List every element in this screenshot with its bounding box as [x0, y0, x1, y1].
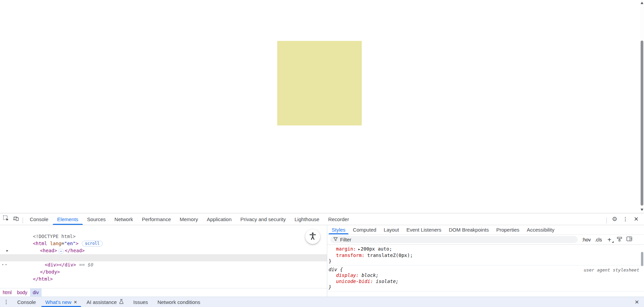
accessibility-person-icon: [309, 232, 316, 241]
inspect-element-button[interactable]: [2, 215, 10, 223]
dom-tree: <!DOCTYPE html> <html lang="en">scroll ▶…: [0, 225, 327, 276]
page-scrollbar-thumb[interactable]: [641, 41, 643, 206]
rendering-emulations-button[interactable]: [617, 236, 622, 243]
styles-filter-input[interactable]: Filter: [330, 236, 578, 243]
breadcrumb-div[interactable]: div: [30, 288, 42, 297]
drawer-tab-whats-new[interactable]: What's new ×: [41, 297, 82, 307]
devtools-tab-bar: Console Elements Sources Network Perform…: [25, 213, 353, 225]
tab-styles[interactable]: Styles: [328, 225, 349, 234]
styles-tab-bar: Styles Computed Layout Event Listeners D…: [327, 225, 644, 235]
drawer-tab-issues[interactable]: Issues: [128, 297, 152, 307]
dom-node-div-selected[interactable]: ··<div></div>== $0: [0, 254, 327, 261]
tab-event-listeners[interactable]: Event Listeners: [403, 225, 445, 234]
close-tab-icon[interactable]: ×: [74, 300, 77, 305]
settings-button[interactable]: ⚙: [610, 215, 619, 223]
inspect-cursor-icon: [3, 215, 9, 223]
kebab-menu-icon: ⋮: [4, 299, 9, 305]
css-property-value: isolate;: [376, 279, 399, 284]
toggle-element-classes-button[interactable]: .cls: [595, 237, 602, 242]
tab-elements[interactable]: Elements: [53, 213, 83, 225]
css-declaration-unicode-bidi[interactable]: unicode-bidi:isolate;: [329, 279, 644, 285]
scroll-up-arrow-icon[interactable]: [641, 2, 643, 4]
drawer-tab-label: What's new: [45, 299, 71, 305]
css-property-value: translateZ(0px);: [367, 253, 413, 258]
page-scrollbar[interactable]: [640, 0, 644, 213]
more-options-button[interactable]: ⋮: [621, 215, 630, 223]
close-icon: ×: [635, 298, 639, 306]
tab-computed[interactable]: Computed: [349, 225, 380, 234]
toolbar-divider: [606, 217, 607, 223]
drawer-bar: ⋮ Console What's new × AI assistance Iss…: [0, 297, 644, 307]
stylesheet-origin-label: user agent stylesheet: [584, 267, 639, 273]
drawer-tab-network-conditions[interactable]: Network conditions: [153, 297, 205, 307]
styles-rules-list: margin:▶200px auto; transform:translateZ…: [327, 245, 644, 291]
toggle-hover-state-button[interactable]: :hov: [582, 237, 591, 242]
rendered-page: [0, 0, 644, 213]
tab-properties[interactable]: Properties: [493, 225, 523, 234]
accessibility-overlay-button[interactable]: [305, 229, 320, 244]
tab-performance[interactable]: Performance: [138, 213, 175, 225]
close-icon: ×: [634, 216, 639, 222]
rule-close-brace: }: [329, 258, 644, 264]
dom-node-body[interactable]: ▼<body>: [0, 247, 327, 254]
css-declaration-margin[interactable]: margin:▶200px auto;: [329, 246, 644, 253]
css-property-value: block;: [361, 273, 379, 278]
css-property-name: display:: [336, 273, 359, 278]
tab-recorder[interactable]: Recorder: [324, 213, 354, 225]
tab-dom-breakpoints[interactable]: DOM Breakpoints: [445, 225, 493, 234]
elements-panel: <!DOCTYPE html> <html lang="en">scroll ▶…: [0, 225, 327, 297]
tab-network[interactable]: Network: [110, 213, 138, 225]
style-rule-user-agent: div { user agent stylesheet display:bloc…: [327, 265, 644, 291]
tab-sources[interactable]: Sources: [83, 213, 110, 225]
drawer-tab-console[interactable]: Console: [13, 297, 41, 307]
close-devtools-button[interactable]: ×: [632, 215, 641, 223]
tab-memory[interactable]: Memory: [175, 213, 202, 225]
styles-scrollbar-thumb[interactable]: [641, 252, 643, 266]
expand-shorthand-icon[interactable]: ▶: [358, 248, 360, 251]
gear-icon: ⚙: [612, 215, 617, 223]
rule-close-brace: }: [329, 284, 644, 290]
dom-node-doctype[interactable]: <!DOCTYPE html>: [0, 226, 327, 233]
filter-funnel-icon: [333, 237, 338, 243]
dom-node-head[interactable]: ▶<head>…</head>: [0, 240, 327, 247]
breadcrumb-body[interactable]: body: [14, 288, 30, 297]
scroll-down-arrow-icon[interactable]: [641, 209, 643, 211]
new-style-rule-button[interactable]: +: [606, 237, 613, 243]
drawer-tab-ai-assistance[interactable]: AI assistance: [82, 297, 128, 307]
flask-icon: [119, 299, 124, 305]
device-toolbar-icon: [13, 215, 19, 223]
filter-placeholder: Filter: [340, 237, 351, 242]
css-property-name: unicode-bidi:: [336, 279, 373, 284]
dom-node-body-close[interactable]: </body>: [0, 261, 327, 268]
tab-lighthouse[interactable]: Lighthouse: [290, 213, 324, 225]
kebab-menu-icon: ⋮: [623, 216, 628, 222]
toolbar-divider: [23, 217, 23, 223]
breadcrumb-html[interactable]: html: [0, 288, 14, 297]
style-rule-scrolled: margin:▶200px auto; transform:translateZ…: [327, 245, 644, 265]
page-div-element: [277, 41, 362, 125]
tab-accessibility[interactable]: Accessibility: [523, 225, 558, 234]
styles-filter-controls: :hov .cls +: [582, 236, 632, 243]
tab-privacy-and-security[interactable]: Privacy and security: [236, 213, 290, 225]
styles-filter-row: Filter :hov .cls +: [327, 235, 644, 245]
drawer-more-button[interactable]: ⋮: [0, 297, 13, 307]
dom-node-html-close[interactable]: </html>: [0, 268, 327, 276]
html-close-tag: </html>: [33, 276, 53, 282]
tab-console[interactable]: Console: [25, 213, 53, 225]
toggle-sidebar-button[interactable]: [626, 236, 632, 243]
css-declaration-transform[interactable]: transform:translateZ(0px);: [329, 253, 644, 259]
toolbar-icon-group: [0, 213, 25, 225]
css-declaration-display[interactable]: display:block;: [329, 273, 644, 279]
toolbar-right-controls: ⚙ ⋮ ×: [605, 213, 644, 225]
tab-application[interactable]: Application: [202, 213, 236, 225]
css-property-name: margin:: [336, 246, 356, 252]
breadcrumb: html body div: [0, 288, 327, 297]
close-drawer-button[interactable]: ×: [630, 297, 644, 307]
devtools-main: <!DOCTYPE html> <html lang="en">scroll ▶…: [0, 225, 644, 297]
devtools-toolbar: Console Elements Sources Network Perform…: [0, 213, 644, 225]
dom-node-html[interactable]: <html lang="en">scroll: [0, 233, 327, 240]
tab-layout[interactable]: Layout: [380, 225, 403, 234]
device-toolbar-button[interactable]: [11, 215, 20, 223]
styles-sidebar: Styles Computed Layout Event Listeners D…: [327, 225, 644, 297]
drawer-tab-label: AI assistance: [87, 299, 117, 305]
